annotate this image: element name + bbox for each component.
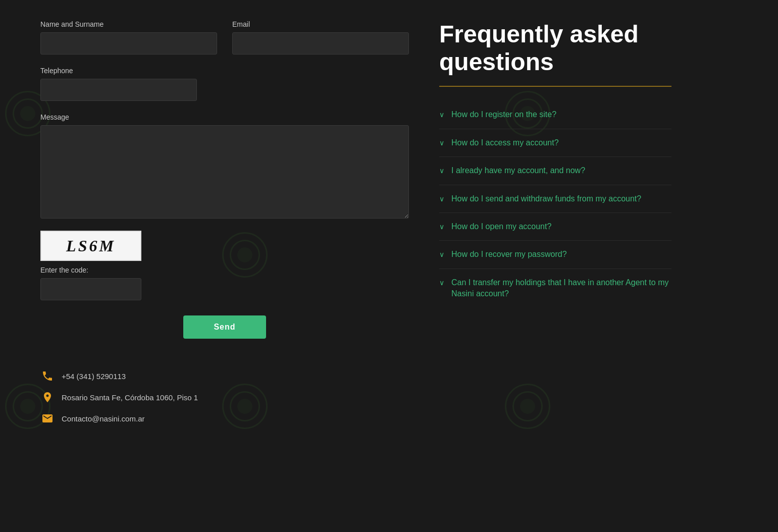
message-textarea[interactable] xyxy=(40,125,409,219)
chevron-icon-3: ∨ xyxy=(439,167,444,175)
email-info: Contacto@nasini.com.ar xyxy=(40,411,409,425)
faq-item-3[interactable]: ∨ I already have my account, and now? xyxy=(439,157,671,185)
faq-section: Frequently askedquestions ∨ How do I reg… xyxy=(439,20,671,512)
name-email-row: Name and Surname Email xyxy=(40,20,409,55)
captcha-section: LS6M Enter the code: xyxy=(40,231,409,300)
chevron-icon-5: ∨ xyxy=(439,223,444,231)
telephone-label: Telephone xyxy=(40,67,409,75)
faq-item-5[interactable]: ∨ How do I open my account? xyxy=(439,213,671,241)
send-button-wrapper: Send xyxy=(40,315,409,339)
address-text: Rosario Santa Fe, Córdoba 1060, Piso 1 xyxy=(62,393,198,402)
chevron-icon-4: ∨ xyxy=(439,195,444,203)
faq-question-4: How do I send and withdraw funds from my… xyxy=(451,193,641,204)
message-group: Message xyxy=(40,113,409,219)
chevron-icon-2: ∨ xyxy=(439,139,444,147)
name-input[interactable] xyxy=(40,32,217,55)
faq-question-7: Can I transfer my holdings that I have i… xyxy=(451,277,671,300)
contact-info: +54 (341) 5290113 Rosario Santa Fe, Córd… xyxy=(40,369,409,425)
captcha-label: Enter the code: xyxy=(40,266,409,274)
phone-text: +54 (341) 5290113 xyxy=(62,372,126,381)
send-button[interactable]: Send xyxy=(183,315,266,339)
faq-question-2: How do I access my account? xyxy=(451,137,559,148)
chevron-icon-7: ∨ xyxy=(439,279,444,287)
telephone-row: Telephone xyxy=(40,67,409,101)
message-label: Message xyxy=(40,113,409,121)
name-label: Name and Surname xyxy=(40,20,217,28)
email-text: Contacto@nasini.com.ar xyxy=(62,414,144,423)
email-label: Email xyxy=(232,20,409,28)
faq-divider xyxy=(439,86,671,87)
address-info: Rosario Santa Fe, Córdoba 1060, Piso 1 xyxy=(40,390,409,404)
email-input[interactable] xyxy=(232,32,409,55)
phone-icon xyxy=(40,369,55,383)
faq-item-4[interactable]: ∨ How do I send and withdraw funds from … xyxy=(439,185,671,213)
faq-item-2[interactable]: ∨ How do I access my account? xyxy=(439,129,671,157)
email-icon xyxy=(40,411,55,425)
page-wrapper: Name and Surname Email Telephone Message… xyxy=(0,0,778,532)
location-icon xyxy=(40,390,55,404)
faq-item-1[interactable]: ∨ How do I register on the site? xyxy=(439,101,671,129)
faq-question-5: How do I open my account? xyxy=(451,221,551,232)
chevron-icon-1: ∨ xyxy=(439,111,444,119)
faq-question-3: I already have my account, and now? xyxy=(451,165,585,176)
telephone-group: Telephone xyxy=(40,67,409,101)
contact-form: Name and Surname Email Telephone Message… xyxy=(40,20,409,512)
captcha-image: LS6M xyxy=(40,231,141,261)
captcha-input[interactable] xyxy=(40,278,141,300)
phone-info: +54 (341) 5290113 xyxy=(40,369,409,383)
email-group: Email xyxy=(232,20,409,55)
captcha-text: LS6M xyxy=(66,237,116,255)
faq-question-1: How do I register on the site? xyxy=(451,109,556,120)
telephone-input[interactable] xyxy=(40,79,197,101)
faq-question-6: How do I recover my password? xyxy=(451,249,567,260)
faq-item-7[interactable]: ∨ Can I transfer my holdings that I have… xyxy=(439,269,671,308)
chevron-icon-6: ∨ xyxy=(439,250,444,258)
name-group: Name and Surname xyxy=(40,20,217,55)
faq-item-6[interactable]: ∨ How do I recover my password? xyxy=(439,241,671,269)
faq-title: Frequently askedquestions xyxy=(439,20,671,76)
